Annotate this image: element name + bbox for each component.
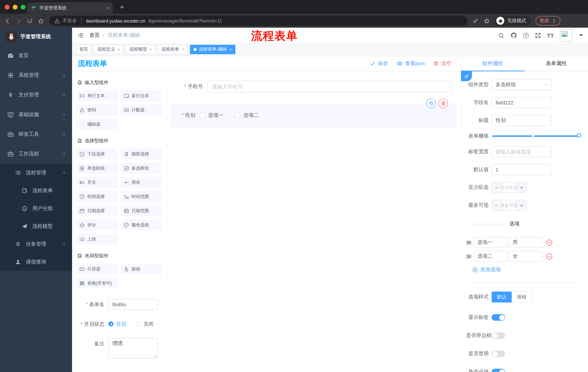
tag-close-icon[interactable]: × bbox=[229, 47, 232, 52]
field-name-input[interactable] bbox=[492, 97, 552, 108]
option-label-input[interactable] bbox=[474, 251, 508, 262]
palette-item-编辑器[interactable]: 编辑器 bbox=[76, 119, 118, 130]
form-remark-textarea[interactable]: 嘿嘿 bbox=[108, 338, 158, 359]
palette-item-按钮[interactable]: 按钮 bbox=[121, 264, 162, 275]
form-canvas[interactable]: 手机号 性别 bbox=[167, 71, 461, 372]
palette-item-级联选择[interactable]: 级联选择 bbox=[121, 149, 162, 159]
remove-option-button[interactable] bbox=[546, 239, 553, 246]
stepper-minus-button[interactable]: − bbox=[492, 200, 501, 210]
browser-tab[interactable]: 芋道管理系统 × bbox=[27, 2, 113, 14]
toggle-switch-off[interactable] bbox=[492, 332, 505, 339]
add-option-button[interactable]: 添加选项 bbox=[472, 266, 582, 273]
sidebar-item-流程管理[interactable]: 流程管理 bbox=[0, 164, 72, 182]
palette-item-单选框组[interactable]: 单选框组 bbox=[76, 163, 118, 174]
avatar[interactable] bbox=[560, 29, 572, 42]
minimize-window-button[interactable] bbox=[13, 5, 18, 10]
bookmark-star-icon[interactable] bbox=[483, 18, 490, 24]
tag-close-icon[interactable]: × bbox=[117, 47, 120, 52]
palette-item-日期范围[interactable]: 日期范围 bbox=[121, 205, 162, 216]
status-radio-on[interactable]: 开启 bbox=[108, 319, 126, 329]
sidebar-item-系统管理[interactable]: 系统管理 bbox=[0, 65, 72, 85]
clear-button[interactable]: 清空 bbox=[433, 60, 451, 67]
palette-item-时间范围[interactable]: 时间范围 bbox=[121, 191, 162, 202]
collapse-sidebar-icon[interactable] bbox=[77, 32, 84, 39]
option-label-input[interactable] bbox=[474, 237, 508, 248]
palette-item-评分[interactable]: 评分 bbox=[76, 220, 118, 230]
sidebar-item-用户分组[interactable]: 用户分组 bbox=[0, 200, 72, 217]
address-bar[interactable]: 不安全 dashboard.yudao.iocoder.cn/bpm/manag… bbox=[49, 16, 468, 26]
toggle-switch-on[interactable] bbox=[492, 314, 505, 321]
tag-chip-流程模型[interactable]: 流程模型× bbox=[126, 45, 156, 54]
stepper-plus-button[interactable]: + bbox=[517, 200, 526, 210]
label-width-input[interactable] bbox=[492, 146, 552, 157]
sidebar-item-工作流程[interactable]: 工作流程 bbox=[0, 144, 72, 164]
stepper-plus-button[interactable]: + bbox=[517, 182, 526, 192]
copy-component-button[interactable] bbox=[426, 99, 436, 108]
maximize-window-button[interactable] bbox=[21, 5, 25, 10]
browser-menu-icon[interactable]: ⋮ bbox=[552, 18, 556, 23]
update-browser-button[interactable]: 更新 ⋮ bbox=[536, 16, 560, 25]
resize-grip-icon[interactable] bbox=[154, 354, 157, 357]
tab-close-icon[interactable]: × bbox=[106, 5, 109, 11]
slider-thumb[interactable] bbox=[577, 133, 581, 138]
tab-form-props[interactable]: 表单属性 bbox=[525, 56, 588, 71]
checkbox-option-选项二[interactable]: 选项二 bbox=[235, 112, 259, 119]
breadcrumb-home[interactable]: 首页 bbox=[90, 32, 100, 39]
sidebar-item-首页[interactable]: 首页 bbox=[0, 46, 72, 65]
sidebar-item-基础设施[interactable]: 基础设施 bbox=[0, 105, 72, 125]
palette-item-行容器[interactable]: 行容器 bbox=[76, 264, 118, 275]
toggle-switch-on[interactable] bbox=[492, 369, 505, 372]
title-input[interactable] bbox=[492, 115, 552, 126]
security-label[interactable]: 不安全 bbox=[63, 18, 77, 24]
style-default-button[interactable]: 默认 bbox=[492, 292, 512, 302]
palette-item-日期选择[interactable]: 日期选择 bbox=[76, 205, 118, 216]
sidebar-item-支付管理[interactable]: ¥支付管理 bbox=[0, 85, 72, 105]
new-tab-button[interactable]: + bbox=[117, 3, 126, 12]
style-button-button[interactable]: 按钮 bbox=[512, 292, 532, 302]
view-json-button[interactable]: 查看json bbox=[397, 60, 425, 67]
tab-component-props[interactable]: 组件属性 bbox=[461, 56, 525, 71]
option-value-input[interactable] bbox=[509, 237, 543, 248]
reload-icon[interactable] bbox=[27, 18, 33, 24]
palette-item-密码[interactable]: 密码 bbox=[76, 105, 118, 115]
palette-item-下拉选择[interactable]: 下拉选择 bbox=[76, 149, 118, 159]
home-icon[interactable] bbox=[38, 18, 44, 24]
close-window-button[interactable] bbox=[5, 5, 10, 10]
palette-item-计数器[interactable]: 123计数器 bbox=[121, 105, 162, 115]
default-value-input[interactable] bbox=[492, 164, 552, 175]
github-icon[interactable] bbox=[510, 32, 517, 39]
palette-item-颜色选择[interactable]: 颜色选择 bbox=[121, 220, 162, 230]
checkbox-icon[interactable] bbox=[235, 113, 240, 118]
stepper-minus-button[interactable]: − bbox=[492, 182, 501, 192]
tag-chip-流程定义[interactable]: 流程定义× bbox=[94, 45, 124, 54]
min-select-value[interactable]: 至少应选 bbox=[501, 182, 517, 192]
canvas-field-phone[interactable]: 手机号 bbox=[175, 81, 452, 93]
save-button[interactable]: 保存 bbox=[370, 60, 388, 67]
sidebar-item-流程表单[interactable]: 流程表单 bbox=[0, 182, 72, 200]
palette-item-多选框组[interactable]: 多选框组 bbox=[121, 163, 162, 174]
form-name-input[interactable] bbox=[108, 299, 158, 310]
checkbox-option-选项一[interactable]: 选项一 bbox=[200, 112, 223, 119]
phone-input[interactable] bbox=[207, 81, 452, 93]
palette-item-单行文本[interactable]: 单行文本 bbox=[76, 90, 118, 101]
forward-icon[interactable] bbox=[16, 18, 22, 24]
palette-item-滑块[interactable]: 滑块 bbox=[121, 177, 162, 188]
password-key-icon[interactable] bbox=[473, 18, 478, 24]
tag-close-icon[interactable]: × bbox=[149, 47, 152, 52]
max-select-value[interactable]: 最多可选 bbox=[501, 200, 517, 210]
palette-item-多行文本[interactable]: 多行文本 bbox=[121, 90, 162, 101]
remove-option-button[interactable] bbox=[546, 253, 553, 260]
palette-item-上传[interactable]: 上传 bbox=[76, 234, 118, 244]
panel-link-handle[interactable] bbox=[461, 71, 472, 81]
checkbox-icon[interactable] bbox=[200, 113, 205, 118]
palette-item-开关[interactable]: 开关 bbox=[76, 177, 118, 188]
search-icon[interactable] bbox=[498, 32, 504, 38]
sidebar-item-研发工具[interactable]: 研发工具 bbox=[0, 125, 72, 144]
sidebar-item-流程模型[interactable]: 流程模型 bbox=[0, 217, 72, 235]
tag-chip-流程表单[interactable]: 流程表单× bbox=[158, 45, 188, 54]
help-icon[interactable]: ? bbox=[523, 32, 528, 38]
grid-slider[interactable] bbox=[492, 135, 578, 137]
palette-item-时间选择[interactable]: 时间选择 bbox=[76, 191, 118, 202]
component-type-select[interactable]: 多选框组 bbox=[492, 79, 552, 90]
tag-chip-流程表单-编辑[interactable]: 流程表单-编辑× bbox=[190, 45, 235, 54]
